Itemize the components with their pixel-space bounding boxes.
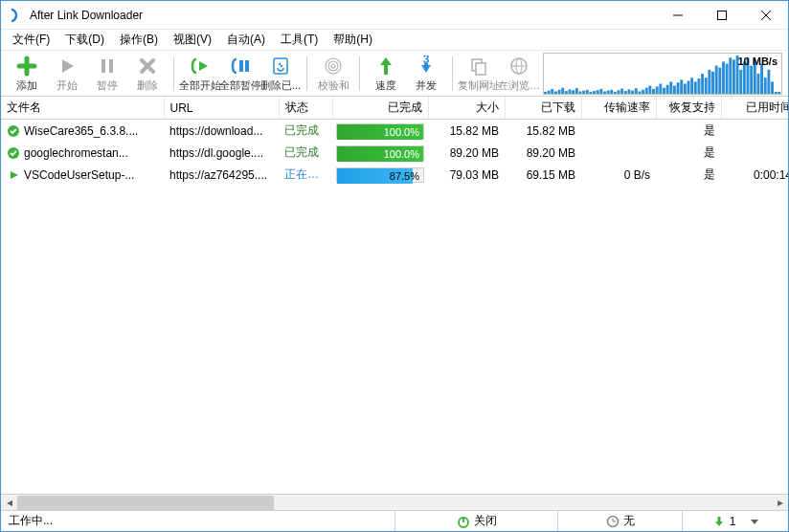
svg-rect-82 xyxy=(739,69,742,93)
col-size[interactable]: 大小 xyxy=(428,97,505,120)
filename-text: VSCodeUserSetup-... xyxy=(24,168,134,182)
svg-rect-70 xyxy=(697,78,700,94)
table-row[interactable]: WiseCare365_6.3.8....https://download...… xyxy=(1,120,788,143)
svg-rect-22 xyxy=(476,63,485,75)
menu-item-5[interactable]: 工具(T) xyxy=(273,30,326,50)
col-status[interactable]: 状态 xyxy=(279,97,332,120)
rate-text xyxy=(581,142,656,164)
horizontal-scrollbar[interactable]: ◂ ▸ xyxy=(1,494,788,510)
download-arrow-icon xyxy=(712,515,726,528)
svg-point-17 xyxy=(331,64,335,68)
svg-rect-78 xyxy=(726,63,729,94)
svg-rect-28 xyxy=(551,88,553,93)
scroll-track[interactable] xyxy=(17,495,772,511)
col-rate[interactable]: 传输速率 xyxy=(581,97,656,120)
start-all-label: 全部开始 xyxy=(179,78,221,93)
speed-chart: 10 MB/s xyxy=(543,53,782,95)
table-row[interactable]: googlechromestan...https://dl.google....… xyxy=(1,142,788,164)
play-icon xyxy=(7,168,20,182)
svg-rect-29 xyxy=(554,91,557,94)
col-resume[interactable]: 恢复支持 xyxy=(656,97,721,120)
scroll-right-button[interactable]: ▸ xyxy=(772,495,788,511)
svg-rect-31 xyxy=(561,87,564,93)
svg-rect-77 xyxy=(722,61,725,94)
toolbar-separator xyxy=(306,56,307,91)
scroll-thumb[interactable] xyxy=(17,496,274,510)
checksum-button[interactable]: 校验和 xyxy=(313,53,353,95)
rate-text: 0 B/s xyxy=(581,164,656,186)
svg-rect-56 xyxy=(648,85,651,93)
svg-rect-73 xyxy=(708,69,710,93)
svg-rect-49 xyxy=(624,91,627,94)
elapsed-text xyxy=(721,142,788,164)
svg-rect-64 xyxy=(677,82,680,94)
minimize-button[interactable] xyxy=(656,1,700,30)
svg-rect-76 xyxy=(718,67,721,93)
menu-item-3[interactable]: 视图(V) xyxy=(166,30,219,50)
svg-rect-66 xyxy=(684,83,687,94)
svg-rect-69 xyxy=(694,81,697,94)
maximize-button[interactable] xyxy=(700,1,744,30)
svg-rect-46 xyxy=(614,91,617,93)
speed-button[interactable]: 速度 xyxy=(366,53,406,95)
start-button[interactable]: 开始 xyxy=(47,53,87,95)
svg-rect-62 xyxy=(669,81,672,94)
elapsed-text: 0:00:14 xyxy=(721,164,788,186)
download-table: 文件名 URL 状态 已完成 大小 已下载 传输速率 恢复支持 已用时间 Wis… xyxy=(1,97,788,186)
speed-label: 速度 xyxy=(375,78,396,93)
col-url[interactable]: URL xyxy=(164,97,279,120)
delete-button[interactable]: 删除 xyxy=(127,53,168,95)
status-count[interactable]: 1 xyxy=(683,511,788,532)
svg-rect-75 xyxy=(715,65,718,93)
svg-rect-40 xyxy=(593,91,596,94)
menu-item-2[interactable]: 操作(B) xyxy=(112,30,166,50)
pause-button[interactable]: 暂停 xyxy=(87,53,127,95)
copy-url-button[interactable]: 复制网址 xyxy=(459,53,499,95)
svg-rect-74 xyxy=(711,71,714,93)
svg-marker-96 xyxy=(11,171,18,179)
scroll-left-button[interactable]: ◂ xyxy=(1,495,17,511)
col-filename[interactable]: 文件名 xyxy=(1,97,164,120)
svg-rect-50 xyxy=(628,89,631,94)
status-close[interactable]: 关闭 xyxy=(395,511,558,532)
table-row[interactable]: VSCodeUserSetup-...https://az764295....正… xyxy=(1,164,788,186)
in-browser-button[interactable]: 在浏览器... xyxy=(499,53,539,95)
start-all-button[interactable]: 全部开始 xyxy=(180,53,220,95)
pause-label: 暂停 xyxy=(97,78,118,93)
svg-rect-90 xyxy=(767,69,770,93)
start-all-icon xyxy=(189,55,212,78)
menu-item-6[interactable]: 帮助(H) xyxy=(326,30,380,50)
menu-item-4[interactable]: 自动(A) xyxy=(219,30,273,50)
close-button[interactable] xyxy=(744,1,788,30)
window-title: After Link Downloader xyxy=(30,9,656,22)
svg-rect-85 xyxy=(750,65,753,93)
delete-icon xyxy=(136,55,159,78)
col-done[interactable]: 已完成 xyxy=(332,97,428,120)
svg-rect-55 xyxy=(645,87,648,93)
svg-rect-57 xyxy=(652,88,655,93)
status-schedule[interactable]: 无 xyxy=(558,511,683,532)
in-browser-label: 在浏览器... xyxy=(498,78,540,93)
add-button[interactable]: 添加 xyxy=(7,53,47,95)
menu-item-1[interactable]: 下载(D) xyxy=(57,30,112,50)
svg-rect-93 xyxy=(778,91,780,93)
col-downloaded[interactable]: 已下载 xyxy=(505,97,581,120)
delete-done-label: 删除已... xyxy=(260,78,301,93)
resume-text: 是 xyxy=(656,164,721,186)
pause-all-button[interactable]: 全部暂停 xyxy=(220,53,260,95)
power-icon xyxy=(457,515,470,528)
downloaded-text: 15.82 MB xyxy=(505,120,581,143)
fingerprint-icon xyxy=(322,55,345,78)
svg-rect-68 xyxy=(690,78,693,94)
svg-marker-18 xyxy=(380,57,392,75)
elapsed-text xyxy=(721,120,788,143)
downloaded-text: 89.20 MB xyxy=(505,142,581,164)
concurrent-button[interactable]: 3 并发 xyxy=(406,53,446,95)
col-elapsed[interactable]: 已用时间 xyxy=(721,97,788,120)
resume-text: 是 xyxy=(656,142,721,164)
add-label: 添加 xyxy=(16,78,37,93)
delete-done-button[interactable]: 删除已... xyxy=(260,53,301,95)
filename-text: googlechromestan... xyxy=(24,146,128,160)
menu-item-0[interactable]: 文件(F) xyxy=(5,30,57,50)
download-table-area[interactable]: 文件名 URL 状态 已完成 大小 已下载 传输速率 恢复支持 已用时间 Wis… xyxy=(1,97,788,494)
